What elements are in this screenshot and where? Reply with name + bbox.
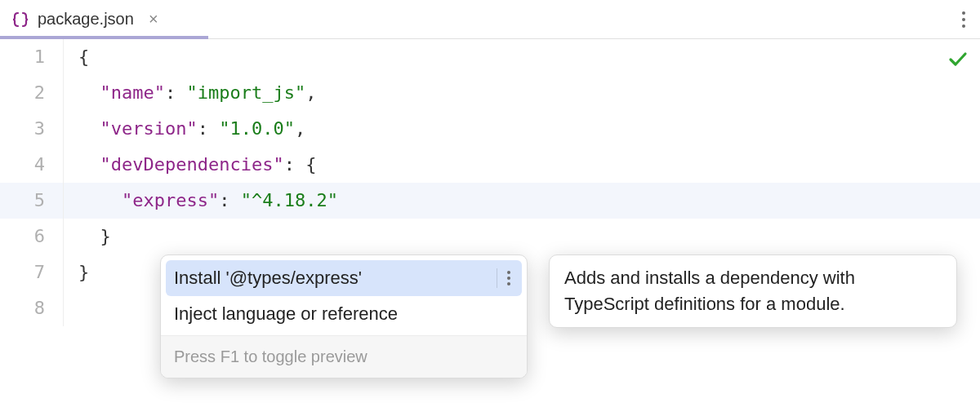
intention-action-more-icon[interactable]	[497, 268, 514, 288]
close-tab-icon[interactable]: ×	[149, 10, 158, 29]
code-token: "express"	[122, 190, 219, 210]
code-token: "devDependencies"	[100, 154, 284, 175]
intention-action-install-types[interactable]: Install '@types/express'	[166, 260, 522, 296]
intention-action-label: Inject language or reference	[174, 303, 514, 325]
code-token: "^4.18.2"	[241, 190, 338, 210]
line-number: 7	[0, 254, 45, 290]
intention-action-inject-language[interactable]: Inject language or reference	[166, 296, 522, 332]
intention-action-label: Install '@types/express'	[174, 268, 497, 289]
code-token: "import_js"	[186, 82, 305, 103]
code-token: }	[78, 262, 89, 282]
popup-hint: Press F1 to toggle preview	[161, 335, 527, 378]
line-number: 5	[0, 183, 45, 219]
code-token: "1.0.0"	[219, 118, 295, 139]
intention-actions-popup: Install '@types/express' Inject language…	[160, 254, 528, 378]
tab-bar: package.json ×	[0, 0, 980, 39]
tooltip-text: Adds and installs a dependency with Type…	[564, 268, 855, 314]
file-tab[interactable]: package.json ×	[0, 0, 172, 38]
intention-description-tooltip: Adds and installs a dependency with Type…	[549, 254, 957, 328]
line-number: 4	[0, 147, 45, 183]
code-token: "name"	[100, 82, 165, 103]
line-number: 2	[0, 75, 45, 111]
code-token: ,	[295, 118, 305, 139]
code-token: :	[219, 190, 241, 210]
tab-options-menu[interactable]	[962, 11, 965, 28]
line-number: 1	[0, 39, 45, 75]
line-number: 6	[0, 219, 45, 254]
line-number: 8	[0, 290, 45, 326]
code-token: : {	[284, 154, 317, 175]
code-token: :	[198, 118, 220, 139]
json-file-icon	[11, 11, 29, 29]
tab-filename: package.json	[38, 10, 134, 29]
line-number: 3	[0, 111, 45, 147]
code-token: }	[100, 226, 111, 246]
code-token: :	[165, 82, 187, 103]
inspection-ok-icon[interactable]	[947, 49, 969, 73]
code-token: ,	[305, 82, 316, 103]
code-token: "version"	[100, 118, 198, 139]
code-token: {	[78, 46, 89, 67]
line-number-gutter: 1 2 3 4 5 6 7 8	[0, 39, 64, 326]
